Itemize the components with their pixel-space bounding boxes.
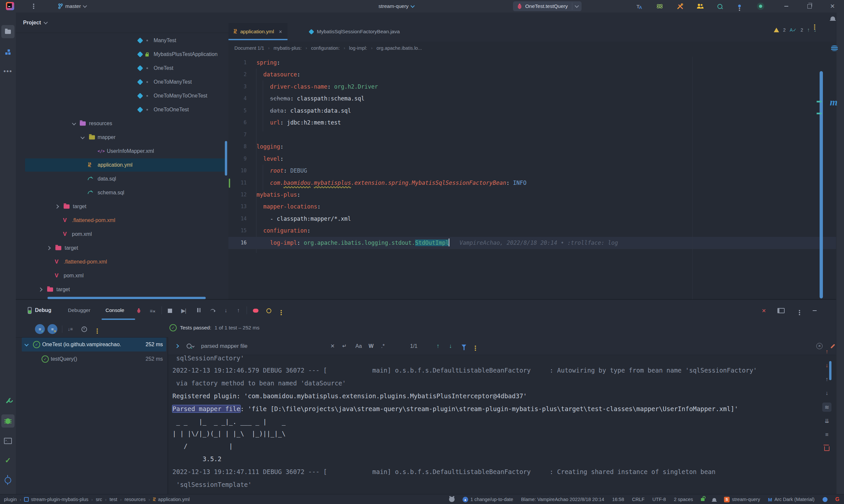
history-icon[interactable]: [79, 324, 89, 334]
build-tool-button[interactable]: [1, 395, 15, 408]
step-into-icon[interactable]: ↓: [221, 306, 231, 316]
tree-row[interactable]: OneTest: [16, 61, 228, 75]
editor-scrollbar[interactable]: [820, 71, 823, 299]
avatar[interactable]: [755, 0, 766, 13]
run-configuration-selector[interactable]: OneTest.testQuery: [513, 1, 582, 11]
code-line[interactable]: 2 datasource:: [228, 69, 836, 81]
code-line[interactable]: 16 log-impl: org.apache.ibatis.logging.s…: [228, 237, 836, 249]
status-segment[interactable]: [701, 498, 705, 501]
record-icon[interactable]: [251, 306, 260, 316]
tree-row[interactable]: OneToOneTest: [16, 103, 228, 116]
git-branch-selector[interactable]: master: [58, 0, 86, 13]
breadcrumb-item[interactable]: org.apache.ibatis.lo...: [377, 46, 422, 51]
match-case-toggle[interactable]: Aa: [356, 337, 362, 355]
tree-row[interactable]: mapper: [16, 130, 228, 144]
database-tool-icon[interactable]: [831, 46, 838, 51]
words-toggle[interactable]: W: [368, 337, 374, 355]
scroll-to-end-icon[interactable]: ⇊: [822, 416, 831, 426]
status-segment[interactable]: stream-plugin-mybatis-plus: [24, 497, 88, 502]
users-icon[interactable]: [694, 0, 706, 13]
project-panel-header[interactable]: Project: [16, 13, 228, 33]
layout-icon[interactable]: [776, 306, 786, 316]
minimize-button[interactable]: [781, 0, 792, 13]
tree-row[interactable]: target: [16, 241, 228, 255]
search-options-icon[interactable]: [475, 337, 476, 355]
breadcrumb-item[interactable]: Document 1/1: [235, 46, 264, 51]
tab-mybatis-java[interactable]: MybatisSqlSessionFactoryBean.java: [304, 23, 405, 40]
debug-tool-button[interactable]: [1, 414, 15, 428]
up-stack-trace-icon[interactable]: ↑: [822, 347, 831, 356]
code-line[interactable]: 13 mapper-locations:: [228, 201, 836, 213]
next-occurrence-icon[interactable]: ↓: [822, 389, 831, 398]
status-segment[interactable]: YAMLapplication.yml: [153, 497, 190, 502]
tree-row[interactable]: Vpom.xml: [16, 227, 228, 241]
code-line[interactable]: 9 level:: [228, 153, 836, 165]
tree-row[interactable]: Vpom.xml: [16, 269, 228, 283]
app-logo-icon[interactable]: [6, 2, 14, 10]
status-segment[interactable]: [823, 497, 828, 502]
chevron-right-icon[interactable]: [38, 288, 42, 292]
tree-row[interactable]: V.flattened-pom.xml: [16, 255, 228, 269]
status-segment[interactable]: resources: [125, 497, 146, 502]
sort-icon[interactable]: ↓≡: [65, 324, 75, 334]
status-segment[interactable]: CRLF: [632, 497, 644, 502]
tree-row[interactable]: ManyTest: [16, 34, 228, 48]
tree-row[interactable]: target: [16, 200, 228, 214]
show-failed-button[interactable]: ≡✕: [48, 324, 57, 334]
restore-button[interactable]: [804, 0, 815, 13]
tree-row[interactable]: YAMLapplication.yml: [16, 158, 228, 172]
stop-button[interactable]: [165, 306, 175, 316]
science-plugin-icon[interactable]: [654, 0, 665, 13]
inspection-widget[interactable]: 2 A✓ 2 ↑ ↓: [774, 27, 816, 33]
tree-row[interactable]: OneToManyToOneTest: [16, 89, 228, 103]
status-segment[interactable]: test: [109, 497, 117, 502]
project-vertical-scrollbar[interactable]: [225, 141, 227, 176]
search-input[interactable]: parsed mapper file: [201, 337, 247, 355]
project-horizontal-scrollbar[interactable]: [48, 297, 206, 299]
status-segment[interactable]: Blame: VampireAchao 2022/8/18 20:14: [521, 497, 604, 502]
project-tool-button[interactable]: [1, 25, 15, 38]
debug-more-icon[interactable]: [276, 306, 286, 316]
code-line[interactable]: 15 configuration:: [228, 224, 836, 237]
breadcrumb-item[interactable]: configuration:: [311, 46, 340, 51]
status-segment[interactable]: plugin: [4, 497, 17, 502]
tools-icon[interactable]: [674, 0, 686, 13]
more-tool-windows-button[interactable]: •••: [1, 65, 15, 78]
newline-icon[interactable]: ↵: [342, 337, 346, 355]
tab-console[interactable]: Console: [105, 300, 124, 321]
status-segment[interactable]: [712, 498, 716, 501]
code-line[interactable]: 14 - classpath:mapper/*.xml: [228, 213, 836, 225]
status-segment[interactable]: Sstream-query: [724, 497, 760, 502]
chevron-right-icon[interactable]: [55, 204, 59, 209]
soft-wrap-icon[interactable]: ≋: [822, 402, 831, 412]
project-selector[interactable]: stream-query: [378, 0, 414, 13]
close-debug-icon[interactable]: ✕: [759, 306, 769, 316]
chevron-down-icon[interactable]: [81, 135, 85, 139]
problems-tool-button[interactable]: ✓: [1, 454, 15, 467]
status-segment[interactable]: MArc Dark (Material): [768, 497, 814, 502]
chevron-down-icon[interactable]: [72, 121, 76, 126]
show-passed-button[interactable]: ≡✓: [35, 324, 45, 334]
status-segment[interactable]: 2 spaces: [674, 497, 693, 502]
test-row[interactable]: ✓testQuery()252 ms: [16, 352, 168, 366]
code-line[interactable]: 7: [228, 129, 836, 141]
translate-icon[interactable]: TA: [634, 0, 645, 13]
structure-tool-button[interactable]: [1, 46, 15, 59]
mute-breakpoints-icon[interactable]: ≡✕: [148, 306, 158, 316]
tree-row[interactable]: </>UserInfoMapper.xml: [16, 144, 228, 158]
status-segment[interactable]: G: [836, 497, 839, 502]
regex-toggle[interactable]: .*: [381, 337, 385, 355]
clear-search-icon[interactable]: ✕: [330, 337, 334, 355]
console-scrollbar[interactable]: [829, 361, 831, 380]
chevron-down-icon[interactable]: [575, 4, 579, 8]
code-line[interactable]: 3 driver-class-name: org.h2.Driver: [228, 81, 836, 93]
filter-icon[interactable]: [462, 337, 466, 355]
tree-row[interactable]: MybatisPlusTestApplication: [16, 48, 228, 61]
tree-row[interactable]: V.flattened-pom.xml: [16, 214, 228, 227]
tree-row[interactable]: resources: [16, 116, 228, 130]
tree-row[interactable]: schema.sql: [16, 186, 228, 200]
code-line[interactable]: 6 url: jdbc:h2:mem:test: [228, 116, 836, 129]
test-options-icon[interactable]: [92, 324, 102, 334]
step-over-icon[interactable]: [208, 306, 218, 316]
minimize-panel-icon[interactable]: [810, 306, 820, 316]
